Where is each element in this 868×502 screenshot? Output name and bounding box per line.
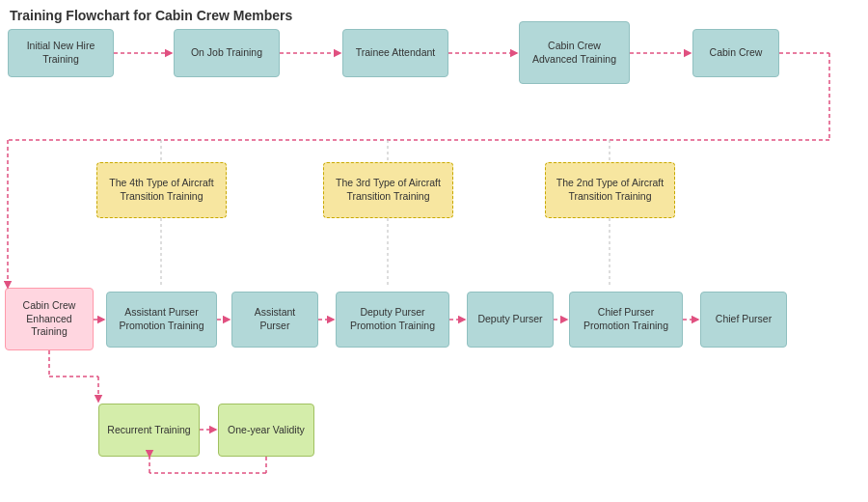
box-ojt: On Job Training: [174, 29, 280, 77]
box-advanced: Cabin Crew Advanced Training: [519, 21, 630, 84]
box-cabincrew: Cabin Crew: [692, 29, 779, 77]
box-enhanced: Cabin Crew Enhanced Training: [5, 288, 94, 350]
box-chief-promo: Chief Purser Promotion Training: [569, 292, 683, 348]
box-deputy: Deputy Purser: [467, 292, 554, 348]
box-trainee: Trainee Attendant: [342, 29, 448, 77]
box-deputy-promo: Deputy Purser Promotion Training: [336, 292, 449, 348]
box-type4: The 4th Type of Aircraft Transition Trai…: [96, 162, 227, 218]
box-type3: The 3rd Type of Aircraft Transition Trai…: [323, 162, 453, 218]
diagram: Training Flowchart for Cabin Crew Member…: [0, 0, 868, 502]
box-assistant: Assistant Purser: [231, 292, 318, 348]
box-type2: The 2nd Type of Aircraft Transition Trai…: [545, 162, 675, 218]
box-oneyear: One-year Validity: [218, 404, 314, 457]
box-chief: Chief Purser: [700, 292, 787, 348]
box-initial: Initial New Hire Training: [8, 29, 114, 77]
page-title: Training Flowchart for Cabin Crew Member…: [10, 8, 292, 23]
box-recurrent: Recurrent Training: [98, 404, 200, 457]
box-assistant-promo: Assistant Purser Promotion Training: [106, 292, 217, 348]
